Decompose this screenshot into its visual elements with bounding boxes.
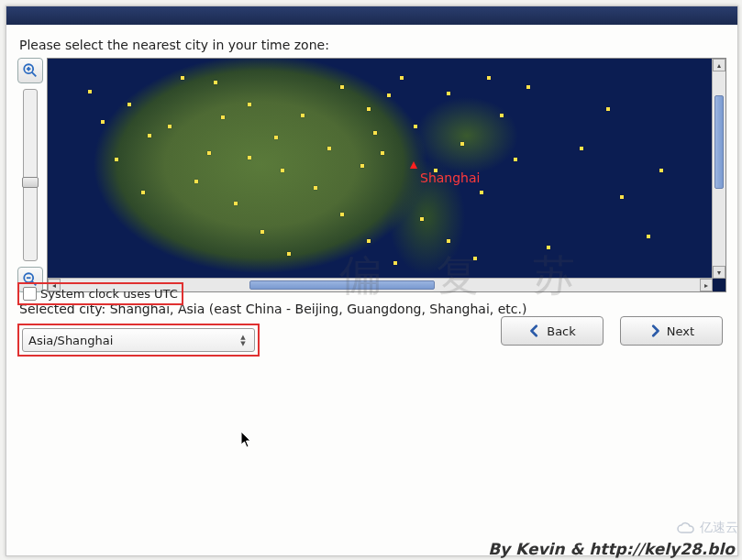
city-dot[interactable] <box>141 191 145 194</box>
combobox-arrows-icon: ▲▼ <box>238 335 249 346</box>
city-dot[interactable] <box>606 107 610 111</box>
city-dot[interactable] <box>88 90 92 93</box>
city-dot[interactable] <box>274 136 278 139</box>
city-dot[interactable] <box>301 114 305 117</box>
timezone-combo-highlight: Asia/Shanghai ▲▼ <box>17 324 260 357</box>
scroll-up-button[interactable]: ▴ <box>713 59 725 71</box>
city-dot[interactable] <box>148 134 151 137</box>
timezone-combobox[interactable]: Asia/Shanghai ▲▼ <box>22 328 255 352</box>
city-dot[interactable] <box>473 257 477 260</box>
city-dot[interactable] <box>287 252 291 256</box>
city-dot[interactable] <box>580 147 583 150</box>
city-dot[interactable] <box>480 191 483 194</box>
city-dot[interactable] <box>460 142 464 146</box>
city-dot[interactable] <box>620 195 624 199</box>
city-dot[interactable] <box>221 115 225 119</box>
timezone-map[interactable]: Shanghai ▴ ▾ ◂ ▸ <box>47 58 726 292</box>
city-dot[interactable] <box>500 114 504 117</box>
utc-checkbox-label[interactable]: System clock uses UTC <box>40 287 178 301</box>
back-button[interactable]: Back <box>501 316 604 346</box>
city-dot[interactable] <box>260 230 264 234</box>
utc-checkbox[interactable] <box>23 287 37 301</box>
selected-city-label: Shanghai <box>420 170 480 185</box>
city-dot[interactable] <box>373 131 377 135</box>
vertical-scroll-thumb[interactable] <box>714 95 724 189</box>
city-dot[interactable] <box>381 151 384 155</box>
map-area: Shanghai ▴ ▾ ◂ ▸ <box>17 58 726 292</box>
city-dot[interactable] <box>360 164 364 168</box>
navigation-buttons: Back Next <box>501 316 723 346</box>
city-dot[interactable] <box>340 213 344 216</box>
city-dot[interactable] <box>367 107 371 111</box>
city-dot[interactable] <box>234 202 238 205</box>
city-dot[interactable] <box>387 93 391 97</box>
city-dot[interactable] <box>327 147 331 150</box>
timezone-combobox-value: Asia/Shanghai <box>28 334 113 347</box>
title-bar <box>6 6 737 25</box>
arrow-left-icon <box>528 324 541 337</box>
zoom-slider[interactable] <box>23 89 38 261</box>
city-dot[interactable] <box>314 186 317 190</box>
zoom-controls <box>17 58 43 292</box>
zoom-slider-thumb[interactable] <box>22 177 39 188</box>
city-dot[interactable] <box>414 125 417 128</box>
content-area: Please select the nearest city in your t… <box>6 25 737 357</box>
zoom-in-icon <box>22 62 39 79</box>
city-dot[interactable] <box>447 239 450 243</box>
next-button-label: Next <box>667 324 694 338</box>
map-canvas[interactable]: Shanghai <box>48 59 713 279</box>
zoom-in-button[interactable] <box>17 58 43 83</box>
installer-window: Please select the nearest city in your t… <box>6 5 738 556</box>
city-dot[interactable] <box>340 85 344 89</box>
city-dot[interactable] <box>207 151 211 155</box>
city-dot[interactable] <box>248 156 251 159</box>
city-dot[interactable] <box>101 120 105 124</box>
city-dot[interactable] <box>514 158 517 161</box>
city-dot[interactable] <box>281 169 284 172</box>
horizontal-scroll-thumb[interactable] <box>249 280 435 290</box>
scroll-right-button[interactable]: ▸ <box>700 279 713 291</box>
city-dot[interactable] <box>393 261 397 265</box>
arrow-right-icon <box>648 324 661 337</box>
city-dot[interactable] <box>447 92 450 95</box>
svg-line-1 <box>32 72 37 77</box>
city-dot[interactable] <box>547 246 550 249</box>
utc-option-highlight: System clock uses UTC <box>17 282 183 305</box>
selected-city-marker <box>410 161 417 169</box>
city-dot[interactable] <box>168 125 172 128</box>
city-dot[interactable] <box>647 235 650 238</box>
city-dot[interactable] <box>659 169 663 172</box>
next-button[interactable]: Next <box>620 316 723 346</box>
city-dot[interactable] <box>194 180 198 183</box>
city-dot[interactable] <box>181 76 184 80</box>
city-dot[interactable] <box>487 76 491 80</box>
city-dot[interactable] <box>420 217 424 221</box>
map-vertical-scrollbar[interactable]: ▴ ▾ <box>712 59 725 279</box>
city-dot[interactable] <box>367 239 371 243</box>
back-button-label: Back <box>547 324 576 338</box>
city-dot[interactable] <box>526 85 530 89</box>
city-dot[interactable] <box>214 81 217 84</box>
timezone-prompt: Please select the nearest city in your t… <box>19 38 726 52</box>
city-dot[interactable] <box>115 158 118 161</box>
city-dot[interactable] <box>248 103 251 106</box>
scroll-down-button[interactable]: ▾ <box>713 266 725 279</box>
city-dot[interactable] <box>400 76 404 80</box>
city-dot[interactable] <box>127 103 131 106</box>
